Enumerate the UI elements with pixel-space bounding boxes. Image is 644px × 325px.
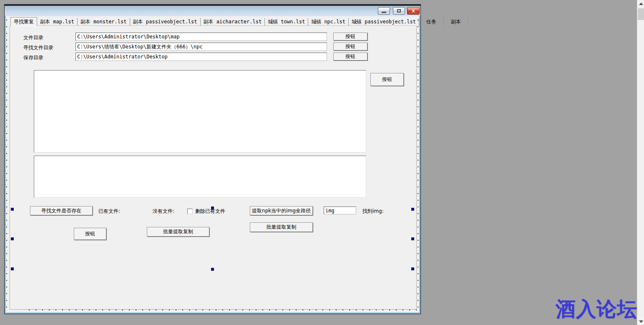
maximize-button[interactable] <box>393 7 405 15</box>
tab-find-duplicates[interactable]: 寻找重复 <box>10 17 37 26</box>
selection-handle-top-middle[interactable] <box>211 207 214 209</box>
search-directory-label: 寻找文件目录 <box>23 44 53 51</box>
tab-dungeon[interactable]: 副本 <box>444 18 468 26</box>
browse-file-directory-button[interactable]: 按钮 <box>333 33 367 40</box>
selection-handle-middle-right[interactable] <box>411 237 414 240</box>
tab-dungeon-map-lst[interactable]: 副本 map.lst <box>37 18 78 26</box>
window-edge-left <box>5 15 6 314</box>
img-filter-input[interactable] <box>324 207 356 214</box>
tab-dungeon-aicharacter-lst[interactable]: 副本 aicharacter.lst <box>201 18 265 26</box>
title-bar[interactable]: x <box>5 5 420 16</box>
vertical-scrollbar[interactable] <box>637 0 644 325</box>
scrollbar-thumb[interactable] <box>638 8 644 20</box>
maximize-icon <box>397 9 401 13</box>
found-img-label: 找到img: <box>362 208 384 215</box>
delete-existing-files-checkbox-label[interactable]: 删除已有文件 <box>195 208 225 215</box>
close-button[interactable]: x <box>407 7 420 15</box>
file-directory-label: 文件目录 <box>23 34 43 41</box>
selection-handle-bottom-middle[interactable] <box>211 268 214 271</box>
browse-save-directory-button[interactable]: 按钮 <box>333 53 367 60</box>
generic-action-button[interactable]: 按钮 <box>74 228 106 240</box>
tab-quest[interactable]: 任务 <box>419 18 444 26</box>
check-files-exist-button[interactable]: 寻找文件是否存在 <box>30 206 93 215</box>
batch-extract-copy-button-1[interactable]: 批量提取复制 <box>147 227 209 237</box>
window-edge-bottom <box>5 312 420 314</box>
selection-handle-bottom-left[interactable] <box>11 267 14 270</box>
save-directory-label: 保存目录 <box>23 54 43 61</box>
missing-files-label: 没有文件: <box>153 208 174 215</box>
tab-dungeon-passiveobject-lst[interactable]: 副本 passiveobject.lst <box>130 18 201 26</box>
tab-town-npc-lst[interactable]: 城镇 npc.lst <box>308 18 349 26</box>
extract-npk-img-paths-button[interactable]: 提取npk当中的img全路径 <box>250 206 313 215</box>
scrollbar-up-button[interactable] <box>637 0 644 7</box>
window-edge-right <box>419 15 420 314</box>
browse-search-directory-button[interactable]: 按钮 <box>333 43 367 50</box>
list-action-button[interactable]: 按钮 <box>370 73 404 86</box>
tab-dungeon-monster-lst[interactable]: 副本 monster.lst <box>78 18 130 26</box>
tab-town-passiveobject-lst[interactable]: 城镇 passiveobject.lst <box>349 18 419 26</box>
selection-handle-top-right[interactable] <box>411 208 414 211</box>
delete-existing-files-checkbox[interactable] <box>187 209 193 214</box>
app-window: x 寻找重复 副本 map.lst 副本 monster.lst 副本 pass… <box>4 4 421 314</box>
designer-grid-dots-right <box>418 20 418 310</box>
designer-grid-dots-left <box>6 20 7 310</box>
tab-town-town-lst[interactable]: 城镇 town.lst <box>265 18 308 26</box>
minimize-button[interactable] <box>378 7 390 15</box>
selection-handle-top-left[interactable] <box>11 208 14 211</box>
tab-bar: 寻找重复 副本 map.lst 副本 monster.lst 副本 passiv… <box>10 17 415 26</box>
scroll-up-icon <box>639 3 643 5</box>
selection-handle-middle-left[interactable] <box>11 237 14 240</box>
selection-handle-bottom-right[interactable] <box>411 267 414 270</box>
existing-files-label: 已有文件: <box>98 208 120 215</box>
scroll-down-icon <box>639 320 643 323</box>
forum-watermark: 酒入论坛 <box>556 299 637 319</box>
search-directory-input[interactable] <box>75 43 327 51</box>
scrollbar-down-button[interactable] <box>637 318 644 325</box>
close-icon: x <box>412 8 415 14</box>
minimize-icon <box>382 12 386 13</box>
designer-grid-dots-bottom <box>29 310 417 310</box>
batch-extract-copy-button-2[interactable]: 批量提取复制 <box>250 222 313 232</box>
file-directory-input[interactable] <box>75 33 327 41</box>
secondary-list-box[interactable] <box>34 156 366 198</box>
result-list-box[interactable] <box>34 70 366 153</box>
save-directory-input[interactable] <box>75 53 327 61</box>
